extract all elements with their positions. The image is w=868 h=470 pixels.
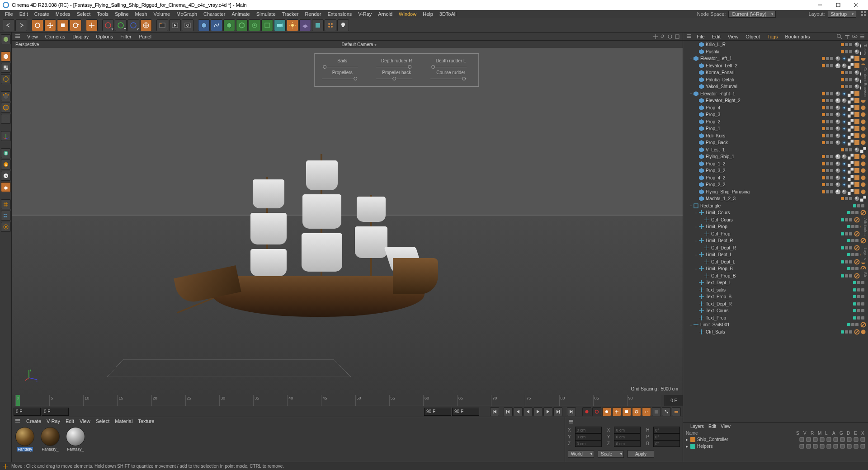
- lock-y-button[interactable]: Y: [115, 19, 127, 31]
- object-row[interactable]: −Limit_Sails001: [683, 321, 868, 329]
- menu-animate[interactable]: Animate: [228, 11, 253, 17]
- tag-vray-icon[interactable]: [841, 119, 847, 125]
- timeline[interactable]: 051015202530354045505560657075808590 0 F: [12, 395, 683, 406]
- menu-modes[interactable]: Modes: [52, 11, 74, 17]
- tag-uvw-icon[interactable]: [854, 189, 860, 195]
- key-selection-button[interactable]: [602, 407, 611, 416]
- coord-system-dropdown[interactable]: World: [568, 451, 594, 458]
- tag-phong-icon[interactable]: [835, 133, 841, 139]
- goto-end-button[interactable]: [567, 407, 576, 416]
- vp-nav-icon[interactable]: [653, 34, 658, 39]
- menu-file[interactable]: File: [2, 11, 16, 17]
- redo-button[interactable]: [15, 19, 27, 31]
- tag-constraint-icon[interactable]: [854, 231, 860, 237]
- tag-phong-icon[interactable]: [854, 42, 860, 47]
- object-row[interactable]: Ctrl_Dept_R: [683, 244, 868, 252]
- object-row[interactable]: Prop_2_2: [683, 181, 868, 188]
- apply-button[interactable]: Apply: [627, 450, 654, 458]
- play-back-button[interactable]: [524, 407, 533, 416]
- floor-button[interactable]: [299, 19, 311, 31]
- model-mode-button[interactable]: [1, 52, 11, 61]
- material-item[interactable]: Fantasy_: [64, 427, 87, 460]
- object-row[interactable]: −Limit_Prop_B: [683, 265, 868, 273]
- object-row[interactable]: Text_salis: [683, 287, 868, 294]
- menu-spline[interactable]: Spline: [112, 11, 132, 17]
- prev-key-button[interactable]: [504, 407, 513, 416]
- hamburger-icon[interactable]: [14, 418, 21, 425]
- camera-label[interactable]: Default Camera: [342, 42, 373, 47]
- side-tab-attr[interactable]: Attributes: [861, 216, 868, 238]
- polygons-mode-button[interactable]: [1, 114, 11, 124]
- points-mode-button[interactable]: [1, 91, 11, 101]
- tag-checker-icon[interactable]: [848, 182, 854, 188]
- key-pos-button[interactable]: [612, 407, 621, 416]
- object-row[interactable]: Ctrl_Prop_B: [683, 273, 868, 280]
- tag-phong-icon[interactable]: [835, 168, 841, 174]
- mat-menu-view[interactable]: View: [80, 418, 90, 424]
- vp-menu-panel[interactable]: Panel: [135, 34, 155, 39]
- tag-phong-icon[interactable]: [835, 126, 841, 132]
- object-row[interactable]: Korma_Fonari: [683, 69, 868, 76]
- menu-volume[interactable]: Volume: [151, 11, 174, 17]
- edges-mode-button[interactable]: [1, 103, 11, 113]
- scale-tool[interactable]: [57, 19, 69, 31]
- vp-menu-display[interactable]: Display: [69, 34, 92, 39]
- light-bulb-button[interactable]: [337, 19, 349, 31]
- make-editable-button[interactable]: [1, 34, 11, 44]
- object-row[interactable]: Machta_1_2_3: [683, 195, 868, 202]
- object-row[interactable]: −Limit_Dept_L: [683, 251, 868, 258]
- vp-max-icon[interactable]: [675, 34, 680, 39]
- play-button[interactable]: [533, 407, 542, 416]
- menu-extensions[interactable]: Extensions: [324, 11, 355, 17]
- tag-vray-icon[interactable]: [841, 112, 847, 118]
- material-item[interactable]: Fantasy: [14, 427, 36, 460]
- tag-phong-icon[interactable]: [841, 154, 847, 160]
- object-row[interactable]: Ctrl_Sails: [683, 329, 868, 336]
- object-row[interactable]: Elevator_Left_2: [683, 62, 868, 70]
- eye-icon[interactable]: [852, 33, 858, 39]
- vp-zoom-icon[interactable]: [660, 34, 665, 39]
- render-view-button[interactable]: [156, 19, 168, 31]
- key-hierarchy-button[interactable]: [662, 407, 671, 416]
- tag-phong-icon[interactable]: [835, 119, 841, 125]
- coord-mode-dropdown[interactable]: Scale: [598, 451, 624, 458]
- layers-tab[interactable]: Layers: [690, 424, 704, 429]
- recent-tool[interactable]: [86, 19, 98, 31]
- filter-icon[interactable]: [844, 33, 850, 39]
- menu-3dtoall[interactable]: 3DToAll: [436, 11, 460, 17]
- menu-select[interactable]: Select: [74, 11, 94, 17]
- menu-mesh[interactable]: Mesh: [132, 11, 151, 17]
- object-row[interactable]: Ctrl_Prop: [683, 230, 868, 238]
- tag-phong-icon[interactable]: [841, 63, 847, 69]
- key-rot-button[interactable]: [632, 407, 641, 416]
- snap-settings-button[interactable]: S: [1, 160, 11, 169]
- tag-constraint-icon[interactable]: [854, 245, 860, 251]
- tag-uvw-icon[interactable]: [854, 119, 860, 125]
- object-row[interactable]: Prop_4_2: [683, 174, 868, 182]
- tag-phong-icon[interactable]: [854, 77, 860, 83]
- menu-character[interactable]: Character: [200, 11, 228, 17]
- undo-button[interactable]: [3, 19, 14, 31]
- tag-phong-icon[interactable]: [835, 56, 841, 61]
- vp-rotate-icon[interactable]: [667, 34, 673, 39]
- object-row[interactable]: Flying_Ship_1: [683, 153, 868, 160]
- tag-vray-icon[interactable]: [841, 140, 847, 146]
- add-camera-button[interactable]: [274, 19, 286, 31]
- object-row[interactable]: Ctrl_Dept_L: [683, 258, 868, 266]
- object-row[interactable]: Prop_3_2: [683, 167, 868, 174]
- tag-phong-icon[interactable]: [854, 147, 860, 153]
- live-select-tool[interactable]: [32, 19, 43, 31]
- layout-config-icon[interactable]: [861, 11, 866, 17]
- object-row[interactable]: Krilo_L_R: [683, 41, 868, 48]
- object-row[interactable]: Text_Prop: [683, 315, 868, 322]
- mat-menu-v-ray[interactable]: V-Ray: [47, 418, 60, 424]
- tag-phong-icon[interactable]: [835, 161, 841, 167]
- hamburger-icon[interactable]: [568, 418, 574, 426]
- tag-phong-icon[interactable]: [835, 105, 841, 111]
- close-button[interactable]: [847, 0, 865, 10]
- snap-3d-button[interactable]: S: [1, 171, 11, 181]
- tag-checker-icon[interactable]: [848, 168, 854, 174]
- object-row[interactable]: −Limit_Cours: [683, 209, 868, 216]
- object-row[interactable]: Paluba_Detali: [683, 76, 868, 84]
- om-tab-file[interactable]: File: [694, 34, 708, 39]
